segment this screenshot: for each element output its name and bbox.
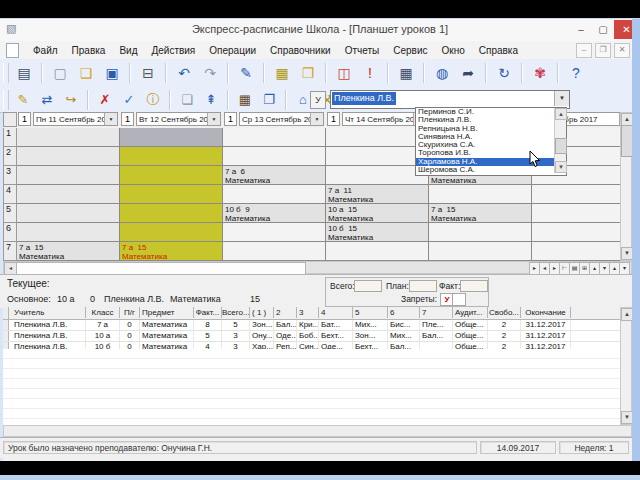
page-up-icon[interactable]: ⇞ (200, 90, 222, 110)
important-document-icon[interactable]: ! (358, 62, 382, 84)
schedule-cell[interactable] (120, 147, 223, 166)
tag-info-icon[interactable]: ⓘ (142, 90, 164, 110)
chevron-down-icon[interactable]: ▼ (104, 113, 117, 125)
page-tag-icon[interactable]: ❏ (176, 90, 198, 110)
calendar-icon[interactable]: ▦ (234, 90, 256, 110)
schedule-cell[interactable] (326, 166, 429, 185)
mdi-document-icon[interactable] (6, 43, 19, 58)
schedule-cell[interactable] (326, 242, 429, 261)
tag-edit-icon[interactable]: ✎ (12, 90, 34, 110)
card-file-icon[interactable]: ▦ (270, 62, 294, 84)
dropdown-item[interactable]: Скурихина С.А. (416, 141, 566, 149)
schedule-cell[interactable]: 10 а 15 Математика (326, 204, 429, 223)
schedule-cell[interactable] (532, 242, 620, 261)
schedule-cell[interactable] (223, 128, 326, 147)
schedule-cell[interactable] (120, 223, 223, 242)
lesson-number-box[interactable]: 1 (18, 112, 31, 126)
table-header-cell[interactable]: 7 (420, 307, 453, 318)
table-header-cell[interactable]: Учитель (12, 307, 86, 318)
schedule-cell[interactable] (120, 185, 223, 204)
schedule-cell[interactable]: 7 а 15 Математика (429, 204, 532, 223)
new-document-icon[interactable]: ▢ (48, 62, 72, 84)
table-header-cell[interactable]: 5 (353, 307, 388, 318)
lesson-number-box[interactable]: 1 (121, 112, 134, 126)
menu-item-Сервис[interactable]: Сервис (386, 42, 434, 59)
schedule-cell[interactable] (17, 166, 120, 185)
table-row[interactable]: Пленкина Л.В.10 а0Математика53Ону...Оде.… (3, 331, 620, 342)
table-header-cell[interactable]: 6 (388, 307, 420, 318)
menu-item-Справочники[interactable]: Справочники (263, 42, 338, 59)
menu-item-Файл[interactable]: Файл (26, 42, 65, 59)
table-header-cell[interactable]: 4 (319, 307, 353, 318)
date-combobox[interactable]: Ср 13 Сентябрь 2017▼ (239, 112, 324, 126)
swap-teachers-icon[interactable]: ⇄ (36, 90, 58, 110)
book-arrows-icon[interactable]: ◫ (332, 62, 356, 84)
table-horizontal-scrollbar[interactable] (3, 425, 632, 437)
mdi-close-button[interactable]: ✕ (614, 43, 630, 58)
schedule-cell[interactable] (223, 223, 326, 242)
chevron-down-icon[interactable]: ▼ (554, 91, 569, 106)
dropdown-item[interactable]: Синявина Н.А. (416, 133, 566, 141)
table-row[interactable]: Пленкина Л.В.7 а0Математика85Зон...Бал..… (3, 320, 620, 331)
menu-item-Окно[interactable]: Окно (435, 42, 472, 59)
flower-icon[interactable]: ✾ (528, 62, 552, 84)
dropdown-item[interactable]: Шеромова С.А. (416, 166, 566, 174)
table-header-cell[interactable]: ( 1 ) (250, 307, 274, 318)
menu-item-Справка[interactable]: Справка (472, 42, 525, 59)
scroll-up-icon[interactable]: ▲ (555, 108, 567, 120)
date-combobox[interactable]: Пн 11 Сентябрь 2017▼ (33, 112, 118, 126)
schedule-cell[interactable] (120, 166, 223, 185)
menu-item-Вид[interactable]: Вид (112, 42, 144, 59)
mdi-restore-button[interactable]: ❐ (595, 43, 611, 58)
chevron-down-icon[interactable]: ▼ (310, 113, 323, 125)
undo-icon[interactable]: ↶ (172, 62, 196, 84)
schedule-cell[interactable] (532, 185, 620, 204)
menu-item-Действия[interactable]: Действия (144, 42, 202, 59)
menu-item-Правка[interactable]: Правка (65, 42, 113, 59)
folder-documents-icon[interactable]: ❐ (296, 62, 320, 84)
edit-book-icon[interactable]: ✎ (234, 62, 258, 84)
dropdown-item[interactable]: Пленкина Л.В. (416, 116, 566, 124)
menu-item-Отчеты[interactable]: Отчеты (338, 42, 387, 59)
sidebar-list-icon[interactable]: ▤ (12, 62, 36, 84)
table-header-cell[interactable]: 2 (274, 307, 297, 318)
dropdown-item[interactable]: Харламова Н.А. (416, 158, 566, 166)
grid-horizontal-scrollbar[interactable]: ◂ ▸◂▸⊢▤⊞▴▾▴▾ (3, 261, 632, 274)
schedule-cell[interactable] (429, 185, 532, 204)
table-vertical-scrollbar[interactable]: ▲ ▼ (620, 307, 632, 425)
maximize-button[interactable]: ▢ (592, 20, 614, 39)
schedule-cell[interactable] (429, 242, 532, 261)
open-folder-icon[interactable]: ❏ (74, 62, 98, 84)
refresh-icon[interactable]: ↻ (492, 62, 516, 84)
plan-input[interactable] (409, 280, 437, 292)
callout-arrow-icon[interactable]: ➦ (456, 62, 480, 84)
total-input[interactable] (354, 280, 382, 292)
schedule-cell[interactable] (223, 242, 326, 261)
dropdown-scrollbar[interactable]: ▲ ▼ (554, 108, 566, 173)
tag-check-icon[interactable]: ✓ (118, 90, 140, 110)
ban-empty-box[interactable] (452, 293, 466, 306)
dropdown-item[interactable]: Торопова И.В. (416, 149, 566, 157)
lesson-number-box[interactable]: 1 (327, 112, 340, 126)
tag-delete-icon[interactable]: ✗ (94, 90, 116, 110)
table-header-cell[interactable]: Окончание (521, 307, 571, 318)
redo-icon[interactable]: ↷ (198, 62, 222, 84)
schedule-cell[interactable] (120, 204, 223, 223)
minimize-button[interactable]: – (570, 20, 592, 39)
schedule-cell[interactable] (532, 223, 620, 242)
schedule-cell[interactable] (223, 185, 326, 204)
save-icon[interactable]: ▣ (100, 62, 124, 84)
globe-icon[interactable]: ◍ (430, 62, 454, 84)
date-combobox[interactable]: Вт 12 Сентябрь 2017▼ (136, 112, 221, 126)
schedule-cell[interactable]: 10 б 15 Математика (326, 223, 429, 242)
abacus-icon[interactable]: ▦ (394, 62, 418, 84)
schedule-cell[interactable] (223, 147, 326, 166)
menu-item-Операции[interactable]: Операции (202, 42, 263, 59)
table-header-cell[interactable]: Свобо... (488, 307, 521, 318)
table-header-cell[interactable]: Предмет (140, 307, 194, 318)
scrollbar-thumb[interactable] (555, 138, 567, 154)
copy-pages-icon[interactable]: ❐ (258, 90, 280, 110)
table-header-cell[interactable]: Факт... (194, 307, 222, 318)
schedule-cell[interactable] (17, 147, 120, 166)
table-header-cell[interactable]: П/г (120, 307, 140, 318)
